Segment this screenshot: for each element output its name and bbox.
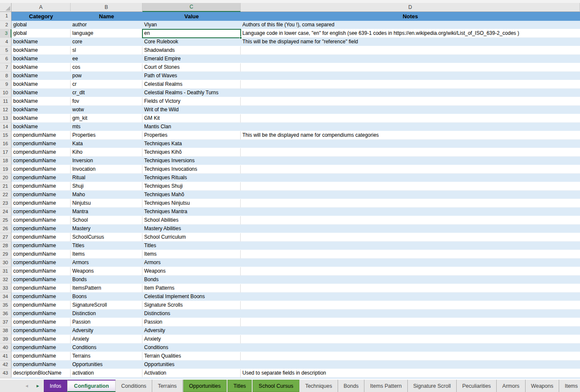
row-header-37[interactable]: 37 <box>0 318 11 327</box>
cell-C9[interactable]: Celestial Realms <box>142 80 241 89</box>
cell-C10[interactable]: Celestial Realms - Deathly Turns <box>142 89 241 97</box>
cell-A29[interactable]: compendiumName <box>11 250 71 259</box>
row-header-13[interactable]: 13 <box>0 114 11 123</box>
cell-D17[interactable] <box>241 148 580 157</box>
cell-D5[interactable] <box>241 46 580 55</box>
row-header-19[interactable]: 19 <box>0 165 11 174</box>
row-header-35[interactable]: 35 <box>0 301 11 310</box>
row-header-33[interactable]: 33 <box>0 284 11 293</box>
cell-A39[interactable]: compendiumName <box>11 335 71 344</box>
cell-C11[interactable]: Fields of Victory <box>142 97 241 106</box>
cell-D7[interactable] <box>241 63 580 72</box>
cell-B29[interactable]: Items <box>71 250 142 259</box>
cell-B19[interactable]: Invocation <box>71 165 142 174</box>
cell-B38[interactable]: Adversity <box>71 327 142 335</box>
cell-A15[interactable]: compendiumName <box>11 131 71 140</box>
row-header-15[interactable]: 15 <box>0 131 11 140</box>
cell-A8[interactable]: bookName <box>11 72 71 80</box>
header-cell-name[interactable]: Name <box>71 12 142 21</box>
cell-C26[interactable]: Mastery Abilities <box>142 225 241 233</box>
cell-D36[interactable] <box>241 310 580 318</box>
row-header-39[interactable]: 39 <box>0 335 11 344</box>
row-header-2[interactable]: 2 <box>0 21 11 29</box>
cell-A26[interactable]: compendiumName <box>11 225 71 233</box>
cell-B3[interactable]: language <box>71 29 142 38</box>
cell-C30[interactable]: Armors <box>142 259 241 267</box>
row-header-11[interactable]: 11 <box>0 97 11 106</box>
cell-D23[interactable] <box>241 199 580 208</box>
cell-D10[interactable] <box>241 89 580 97</box>
cell-D26[interactable] <box>241 225 580 233</box>
sheet-tab-titles[interactable]: Titles <box>227 380 252 392</box>
tab-nav-left-icon[interactable]: ◄ <box>25 384 29 388</box>
cell-C32[interactable]: Bonds <box>142 276 241 284</box>
cell-B7[interactable]: cos <box>71 63 142 72</box>
cell-C39[interactable]: Anxiety <box>142 335 241 344</box>
cell-B20[interactable]: Ritual <box>71 174 142 182</box>
cell-C6[interactable]: Emerald Empire <box>142 55 241 63</box>
cell-D14[interactable] <box>241 123 580 131</box>
cell-A42[interactable]: compendiumName <box>11 361 71 369</box>
cell-C2[interactable]: Vlyan <box>142 21 241 29</box>
row-header-28[interactable]: 28 <box>0 242 11 250</box>
cell-D16[interactable] <box>241 140 580 148</box>
header-cell-category[interactable]: Category <box>11 12 71 21</box>
sheet-tab-school-cursus[interactable]: School Cursus <box>253 380 299 392</box>
cell-C7[interactable]: Court of Stones <box>142 63 241 72</box>
cell-A41[interactable]: compendiumName <box>11 352 71 361</box>
cell-B10[interactable]: cr_dlt <box>71 89 142 97</box>
cell-B39[interactable]: Anxiety <box>71 335 142 344</box>
cell-A36[interactable]: compendiumName <box>11 310 71 318</box>
cell-B43[interactable]: activation <box>71 369 142 378</box>
row-header-18[interactable]: 18 <box>0 157 11 165</box>
row-header-16[interactable]: 16 <box>0 140 11 148</box>
cell-A38[interactable]: compendiumName <box>11 327 71 335</box>
cell-C34[interactable]: Celestial Implement Boons <box>142 293 241 301</box>
cell-B36[interactable]: Distinction <box>71 310 142 318</box>
row-header-41[interactable]: 41 <box>0 352 11 361</box>
row-header-6[interactable]: 6 <box>0 55 11 63</box>
sheet-tab-terrains[interactable]: Terrains <box>152 380 182 392</box>
cell-C35[interactable]: Signature Scrolls <box>142 301 241 310</box>
cell-B17[interactable]: Kiho <box>71 148 142 157</box>
cell-C20[interactable]: Techniques Rituals <box>142 174 241 182</box>
cell-C16[interactable]: Techniques Kata <box>142 140 241 148</box>
cell-C12[interactable]: Writ of the Wild <box>142 106 241 114</box>
cell-D20[interactable] <box>241 174 580 182</box>
cell-D41[interactable] <box>241 352 580 361</box>
cell-A19[interactable]: compendiumName <box>11 165 71 174</box>
cell-A33[interactable]: compendiumName <box>11 284 71 293</box>
sheet-tab-signature-scroll[interactable]: Signature Scroll <box>408 380 457 392</box>
header-cell-notes[interactable]: Notes <box>241 12 580 21</box>
cell-B21[interactable]: Shuji <box>71 182 142 191</box>
cell-A5[interactable]: bookName <box>11 46 71 55</box>
cell-D15[interactable]: This will be the displayed name for comp… <box>241 131 580 140</box>
column-header-d[interactable]: D <box>241 3 580 12</box>
cell-C24[interactable]: Techniques Mantra <box>142 208 241 216</box>
cell-C31[interactable]: Weapons <box>142 267 241 276</box>
cell-A2[interactable]: global <box>11 21 71 29</box>
sheet-tab-items-pattern[interactable]: Items Pattern <box>364 380 407 392</box>
row-header-32[interactable]: 32 <box>0 276 11 284</box>
cell-D42[interactable] <box>241 361 580 369</box>
cell-B18[interactable]: Inversion <box>71 157 142 165</box>
cell-B41[interactable]: Terrains <box>71 352 142 361</box>
cell-A40[interactable]: compendiumName <box>11 344 71 352</box>
cell-A20[interactable]: compendiumName <box>11 174 71 182</box>
cell-B35[interactable]: SignatureScroll <box>71 301 142 310</box>
cell-A3[interactable]: global <box>11 29 71 38</box>
row-header-10[interactable]: 10 <box>0 89 11 97</box>
cell-A4[interactable]: bookName <box>11 38 71 46</box>
cell-B37[interactable]: Passion <box>71 318 142 327</box>
cell-B16[interactable]: Kata <box>71 140 142 148</box>
sheet-tab-opportunities[interactable]: Opportunities <box>183 380 227 392</box>
cell-D9[interactable] <box>241 80 580 89</box>
cell-B32[interactable]: Bonds <box>71 276 142 284</box>
cell-D6[interactable] <box>241 55 580 63</box>
cell-B9[interactable]: cr <box>71 80 142 89</box>
cell-D29[interactable] <box>241 250 580 259</box>
cell-D12[interactable] <box>241 106 580 114</box>
cell-B23[interactable]: Ninjutsu <box>71 199 142 208</box>
cell-C27[interactable]: School Curriculum <box>142 233 241 242</box>
sheet-tab-techniques[interactable]: Techniques <box>300 380 338 392</box>
